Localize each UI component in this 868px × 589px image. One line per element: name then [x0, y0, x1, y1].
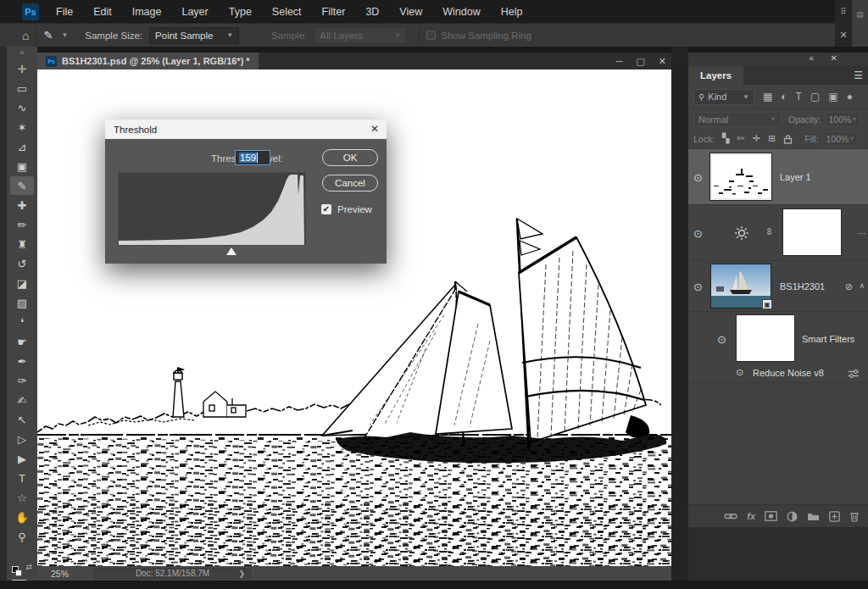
menu-file[interactable]: File — [46, 0, 83, 23]
minimize-icon[interactable]: ─ — [616, 56, 623, 66]
zoom-level-field[interactable]: 25% — [51, 569, 69, 579]
menu-window[interactable]: Window — [432, 0, 490, 23]
gradient-tool[interactable]: ▨ — [10, 293, 34, 312]
layer-mask-thumbnail[interactable] — [782, 208, 842, 256]
eyedropper-options-icon[interactable]: ✎ — [43, 29, 53, 42]
maximize-icon[interactable]: ▢ — [636, 56, 644, 67]
add-layer-mask-icon[interactable] — [765, 511, 777, 521]
curvature-pen-tool[interactable]: ✍ — [10, 391, 34, 409]
layer-thumbnail[interactable] — [710, 153, 771, 200]
menu-layer[interactable]: Layer — [171, 0, 218, 23]
panel-menu-icon[interactable]: ☰ — [854, 69, 863, 81]
link-layers-icon[interactable] — [724, 511, 737, 521]
document-tab[interactable]: Ps BS1H2301.psd @ 25% (Layer 1, RGB/16*)… — [37, 53, 259, 69]
threshold-slider-handle[interactable] — [226, 247, 236, 255]
filter-options-icon[interactable] — [848, 369, 860, 379]
brightness-contrast-icon[interactable] — [734, 225, 749, 241]
menu-view[interactable]: View — [389, 0, 432, 23]
layer-row-smart-filters[interactable]: ⊙ Smart Filters — [688, 312, 868, 364]
layer-row-adjustment[interactable]: ⊙ ∞ ⋯ — [688, 205, 868, 261]
new-layer-icon[interactable] — [829, 511, 840, 522]
direct-selection-tool[interactable]: ▷ — [10, 430, 34, 448]
smart-filter-toggle-icon[interactable]: ⊘ — [845, 281, 853, 292]
chevron-right-icon[interactable]: ❯ — [238, 570, 245, 578]
hand-tool[interactable]: ✋ — [10, 508, 34, 526]
kind-filter-dropdown[interactable]: ⚲ Kind ▼ — [693, 89, 754, 105]
delete-layer-icon[interactable] — [849, 511, 860, 522]
quick-selection-tool[interactable]: ✶ — [10, 118, 34, 136]
menu-edit[interactable]: Edit — [83, 0, 122, 23]
toolbar-expand-icon[interactable]: » — [7, 48, 37, 57]
move-tool[interactable]: ✛ — [10, 59, 34, 78]
dialog-title-bar[interactable]: Threshold ✕ — [105, 119, 387, 139]
history-brush-tool[interactable]: ↺ — [10, 254, 34, 273]
doc-size-indicator[interactable]: Doc: 52.1M/158.7M ❯ — [94, 568, 251, 579]
close-icon[interactable]: ✕ — [659, 56, 666, 67]
menu-help[interactable]: Help — [491, 0, 533, 23]
filter-pixel-layers-icon[interactable]: ▦ — [763, 91, 772, 103]
layer-row-smart-object[interactable]: ⊙ ▣ BS1H2301 ⊘ ∧ — [688, 261, 868, 312]
menu-select[interactable]: Select — [262, 0, 312, 23]
layer-name[interactable]: Layer 1 — [780, 172, 811, 182]
close-panel-icon[interactable]: ✕ — [831, 53, 837, 63]
layer-name[interactable]: BS1H2301 — [780, 281, 825, 292]
sample-size-dropdown[interactable]: Point Sample▼ — [149, 27, 239, 44]
lasso-tool[interactable]: ∿ — [10, 98, 34, 117]
eyedropper-tool[interactable]: ✎ — [10, 176, 34, 195]
visibility-eye-icon[interactable]: ⊙ — [693, 227, 703, 240]
visibility-eye-icon[interactable]: ⊙ — [693, 171, 703, 184]
mask-link-icon[interactable]: ∞ — [764, 228, 776, 236]
adjustment-layer-icon[interactable] — [787, 511, 798, 522]
visibility-eye-icon[interactable]: ⊙ — [717, 333, 726, 346]
menu-3d[interactable]: 3D — [355, 0, 389, 23]
filter-toggle-icon[interactable]: ● — [847, 91, 853, 103]
smart-filters-label[interactable]: Smart Filters — [802, 334, 854, 344]
menu-filter[interactable]: Filter — [312, 0, 356, 23]
filter-shape-layers-icon[interactable]: ▢ — [810, 91, 820, 103]
freeform-pen-tool[interactable]: ✑ — [10, 371, 34, 390]
arrow-tool[interactable]: ▶ — [10, 449, 34, 468]
marquee-tool[interactable]: ▭ — [10, 79, 34, 97]
blur-tool[interactable]: ❛ — [10, 313, 34, 331]
eraser-tool[interactable]: ◪ — [10, 274, 34, 292]
titlebar-close-icon[interactable]: ✕ — [839, 30, 847, 41]
filter-smart-objects-icon[interactable]: ▣ — [828, 91, 837, 103]
visibility-eye-icon[interactable]: ⊙ — [693, 281, 703, 293]
smart-object-thumbnail[interactable]: ▣ — [710, 264, 771, 308]
menu-type[interactable]: Type — [219, 0, 262, 23]
type-tool[interactable]: T — [10, 469, 34, 487]
shape-tool[interactable]: ☆ — [10, 488, 34, 507]
preview-checkbox[interactable]: ✔ — [321, 204, 331, 214]
healing-brush-tool[interactable]: ✚ — [10, 196, 34, 214]
dialog-close-icon[interactable]: ✕ — [370, 123, 379, 135]
pen-tool[interactable]: ✒ — [10, 352, 34, 370]
filter-adjustment-layers-icon[interactable]: ◐ — [781, 91, 787, 103]
smart-filter-name[interactable]: Reduce Noise v8 — [753, 368, 824, 378]
ok-button[interactable]: OK — [322, 149, 378, 166]
collapse-panel-icon[interactable]: « — [809, 53, 814, 63]
lock-position-icon[interactable]: ✛ — [753, 133, 760, 144]
threshold-level-input[interactable]: 159 — [235, 150, 270, 165]
workspace-grid-icon[interactable]: ⠿ — [840, 7, 846, 16]
visibility-eye-icon[interactable]: ⊙ — [736, 367, 743, 378]
lock-transparency-icon[interactable]: ▚ — [722, 133, 729, 144]
brush-tool[interactable]: ✏ — [10, 215, 34, 234]
lock-artboard-icon[interactable]: ⊞ — [768, 133, 776, 144]
filter-type-layers-icon[interactable]: T — [796, 91, 802, 103]
layer-effects-icon[interactable]: fx — [747, 511, 755, 521]
swap-colors-icon[interactable]: ⇄ — [25, 563, 32, 571]
crop-tool[interactable]: ⊿ — [10, 137, 34, 156]
cancel-button[interactable]: Cancel — [322, 175, 378, 192]
lock-pixels-icon[interactable]: ✏ — [737, 133, 745, 144]
chevron-down-icon[interactable]: ▼ — [61, 31, 68, 39]
more-options-icon[interactable]: ⋯ — [858, 229, 866, 238]
clone-stamp-tool[interactable]: ♜ — [10, 235, 34, 253]
zoom-tool[interactable]: ⚲ — [10, 527, 34, 546]
menu-image[interactable]: Image — [122, 0, 172, 23]
frame-tool[interactable]: ▣ — [10, 157, 34, 175]
lock-all-icon[interactable] — [783, 134, 793, 144]
filter-mask-thumbnail[interactable] — [736, 314, 795, 362]
layer-row-layer-1[interactable]: ⊙ Layer 1 — [688, 149, 868, 205]
home-icon[interactable]: ⌂ — [22, 29, 29, 42]
new-group-icon[interactable] — [807, 511, 820, 521]
